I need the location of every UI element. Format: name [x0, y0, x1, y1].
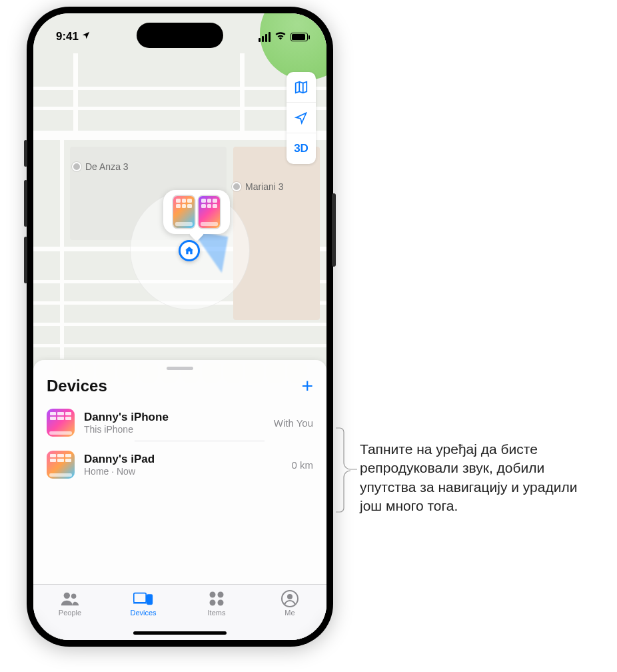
svg-rect-2 [134, 593, 146, 603]
map-icon [294, 80, 308, 95]
road [60, 139, 64, 359]
home-location-pin[interactable] [179, 240, 200, 261]
me-icon [280, 590, 300, 607]
tab-people[interactable]: People [40, 590, 100, 617]
device-meta: With You [274, 417, 313, 429]
wifi-icon [275, 30, 287, 43]
device-thumb-ipad-icon [47, 451, 75, 479]
map-poi-label-right: Mariani 3 [232, 181, 284, 192]
tab-label: Items [208, 609, 226, 617]
devices-icon [133, 590, 153, 607]
svg-point-1 [71, 594, 77, 599]
recenter-button[interactable] [287, 103, 316, 133]
map-controls: 3D [287, 72, 316, 164]
location-arrow-icon [295, 111, 308, 125]
home-indicator[interactable] [133, 631, 227, 635]
dynamic-island [137, 23, 223, 48]
device-subtitle: This iPhone [84, 424, 265, 435]
svg-point-7 [210, 600, 216, 606]
volume-down-button [24, 237, 27, 283]
device-row-ipad[interactable]: Danny's iPad Home · Now 0 km [33, 443, 326, 485]
road [73, 53, 78, 133]
home-icon [184, 245, 195, 256]
sheet-title: Devices [47, 377, 107, 395]
device-name: Danny's iPad [84, 453, 282, 466]
map-device-cluster[interactable] [163, 190, 230, 234]
device-meta: 0 km [291, 459, 313, 471]
sheet-grabber[interactable] [167, 367, 193, 370]
mute-switch [24, 140, 27, 167]
items-icon [207, 590, 227, 607]
tab-label: Me [285, 609, 295, 617]
road [33, 323, 326, 326]
svg-point-10 [287, 594, 293, 599]
location-services-icon [81, 30, 91, 43]
side-button [332, 193, 336, 267]
battery-icon [291, 33, 308, 41]
device-thumb-iphone-icon [47, 409, 75, 437]
phone-frame: 9:41 [27, 7, 333, 647]
poi-dot-icon [72, 162, 81, 171]
map-device-ipad-icon [173, 196, 195, 228]
device-subtitle: Home · Now [84, 466, 282, 477]
poi-dot-icon [232, 182, 241, 191]
svg-rect-4 [147, 594, 153, 605]
svg-rect-3 [133, 603, 147, 604]
screen: 9:41 [33, 13, 326, 640]
map-mode-button[interactable] [287, 72, 316, 103]
svg-point-0 [64, 593, 70, 599]
divider [135, 441, 265, 441]
callout-text: Тапните на уређај да бисте репродуковали… [360, 440, 600, 515]
poi-text: De Anza 3 [85, 161, 129, 172]
add-device-button[interactable]: + [301, 379, 313, 393]
device-name: Danny's iPhone [84, 411, 265, 424]
tab-me[interactable]: Me [260, 590, 320, 617]
3d-toggle-button[interactable]: 3D [287, 133, 316, 164]
map-poi-label-left: De Anza 3 [72, 161, 129, 172]
status-time: 9:41 [56, 30, 79, 43]
devices-sheet[interactable]: Devices + Danny's iPhone This iPhone W [33, 360, 326, 640]
tab-items[interactable]: Items [187, 590, 247, 617]
3d-label: 3D [294, 142, 308, 155]
tab-devices[interactable]: Devices [113, 590, 173, 617]
volume-up-button [24, 180, 27, 227]
svg-point-8 [218, 600, 224, 606]
svg-point-6 [218, 592, 224, 598]
poi-text: Mariani 3 [245, 181, 284, 192]
tab-label: People [59, 609, 81, 617]
cellular-signal-icon [259, 32, 271, 42]
map-device-iphone-icon [199, 196, 220, 228]
callout-bracket [334, 427, 358, 513]
road [240, 53, 245, 133]
people-icon [60, 590, 80, 607]
svg-point-5 [210, 592, 216, 598]
road [33, 344, 326, 347]
device-row-iphone[interactable]: Danny's iPhone This iPhone With You [33, 402, 326, 443]
tab-label: Devices [130, 609, 156, 617]
